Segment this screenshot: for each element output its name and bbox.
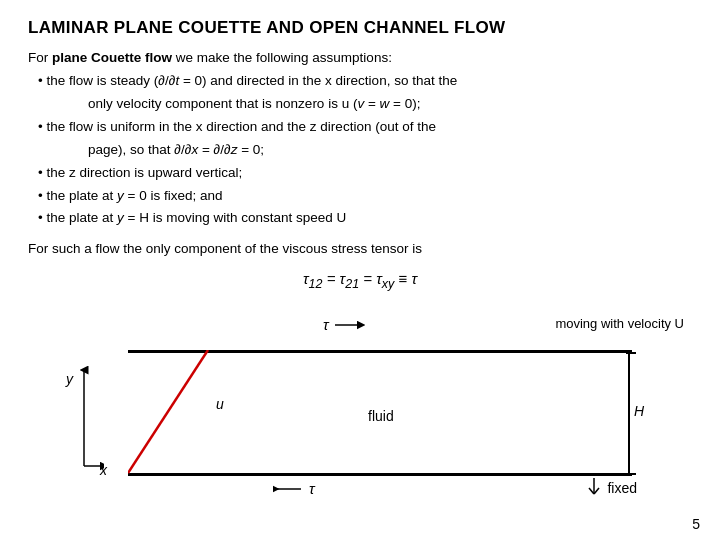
diagram-area: τ moving with velocity U u fluid H [28,308,692,528]
tau-top-group: τ [323,316,365,333]
fluid-label: fluid [368,408,394,424]
tau-top-arrow [333,317,365,333]
formula-block: τ12 = τ21 = τxy ≡ τ [28,270,692,291]
fixed-group: fixed [585,478,637,498]
fixed-arrow-icon [585,478,603,498]
summary-para: For such a flow the only component of th… [28,239,692,260]
bullet-3: • the z direction is upward vertical; [38,163,692,184]
page-title: LAMINAR PLANE COUETTE AND OPEN CHANNEL F… [28,18,692,38]
tau-bottom-label: τ [309,480,315,497]
svg-line-1 [128,350,208,473]
intro-text: For plane Couette flow we make the follo… [28,48,692,69]
h-label: H [634,403,644,419]
summary-text: For such a flow the only component of th… [28,239,692,260]
velocity-profile-svg [128,350,278,475]
h-brace-line [628,352,630,473]
tau-bottom-group: τ [273,480,315,497]
x-axis-label: x [100,462,107,478]
fixed-label: fixed [607,480,637,496]
bullet-1-cont: only velocity component that is nonzero … [88,94,692,115]
tau-top-label: τ [323,316,329,333]
y-axis-group: y x [64,366,104,489]
moving-label: moving with velocity U [555,316,684,331]
bullet-2: • the flow is uniform in the x direction… [38,117,692,138]
text-block: For plane Couette flow we make the follo… [28,48,692,229]
tau-bottom-arrow [273,481,305,497]
formula-display: τ12 = τ21 = τxy ≡ τ [303,270,417,291]
bullet-1: • the flow is steady (∂/∂t = 0) and dire… [38,71,692,92]
bullet-5: • the plate at y = H is moving with cons… [38,208,692,229]
bullet-2-cont: page), so that ∂/∂x = ∂/∂z = 0; [88,140,692,161]
bullet-4: • the plate at y = 0 is fixed; and [38,186,692,207]
page-number: 5 [692,516,700,532]
page: LAMINAR PLANE COUETTE AND OPEN CHANNEL F… [0,0,720,540]
h-brace-bottom [626,473,636,475]
u-label: u [216,396,224,412]
y-axis-label: y [66,371,73,387]
